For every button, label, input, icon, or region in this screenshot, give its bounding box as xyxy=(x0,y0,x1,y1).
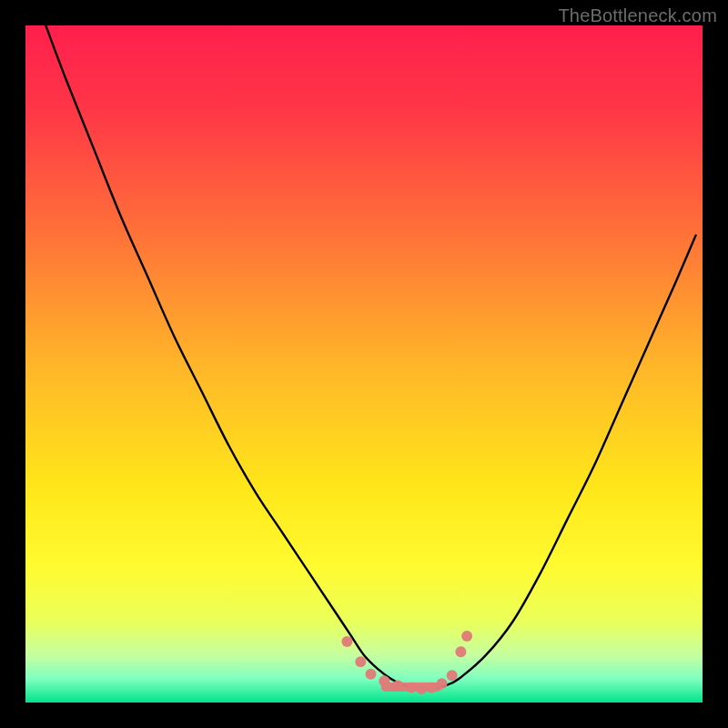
data-marker xyxy=(461,631,472,642)
data-marker xyxy=(379,675,389,686)
data-marker xyxy=(341,636,352,647)
data-marker xyxy=(455,646,466,657)
data-marker xyxy=(426,682,437,693)
data-marker xyxy=(392,680,403,691)
plot-svg xyxy=(25,25,703,703)
chart-frame: TheBottleneck.com xyxy=(0,0,728,728)
data-marker xyxy=(406,682,417,693)
data-marker xyxy=(437,678,448,689)
data-marker xyxy=(447,670,458,681)
data-marker xyxy=(365,669,376,680)
plot-area xyxy=(25,25,703,703)
gradient-background xyxy=(25,25,703,703)
data-marker xyxy=(355,656,366,667)
attribution-label: TheBottleneck.com xyxy=(558,5,717,26)
data-marker xyxy=(416,683,427,694)
